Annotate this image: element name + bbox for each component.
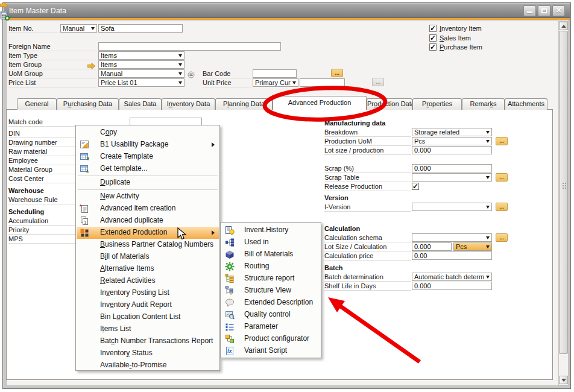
menu-item-label: Bill of Materials — [100, 252, 149, 261]
chevron-down-icon — [292, 81, 296, 84]
i-version-browse-button[interactable]: ... — [496, 203, 508, 211]
menu-item-alternative-items[interactable]: Alternative Items — [77, 263, 219, 275]
lot-size-calculation-unit-dropdown[interactable]: Pcs — [453, 242, 492, 251]
uom-group-dropdown[interactable]: Manual — [98, 69, 184, 78]
calculation-schema-browse-button[interactable]: ... — [496, 233, 508, 242]
menu-item-inventory-audit-report[interactable]: Inventory Audit Report — [77, 299, 219, 311]
checkbox-label: Purchase Item — [440, 43, 482, 51]
menu-item-business-partner-catalog-numbers[interactable]: Business Partner Catalog Numbers — [77, 239, 219, 251]
link-arrow-holder[interactable] — [0, 0, 10, 11]
tab-general[interactable]: General — [17, 98, 57, 110]
menu-item-related-activities[interactable]: Related Activities — [77, 275, 219, 287]
tab-purchasing-data[interactable]: Purchasing Data — [57, 98, 119, 110]
scrollbar-thumb[interactable] — [559, 31, 568, 354]
release-production-checkbox[interactable] — [412, 183, 419, 190]
tab-planning-data[interactable]: Planning Data — [215, 98, 273, 110]
chevron-down-icon — [91, 27, 95, 30]
production-uom-browse-button[interactable]: ... — [496, 137, 508, 145]
submenu-item-routing[interactable]: Routing — [221, 261, 320, 273]
menu-item-label: Inventory Status — [100, 349, 153, 357]
menu-item-batch-number-transactions-report[interactable]: Batch Number Transactions Report — [77, 335, 219, 347]
checkbox-purchase-item[interactable] — [429, 43, 437, 51]
menu-item-bill-of-materials[interactable]: Bill of Materials — [77, 251, 219, 263]
menu-item-advanced-item-creation[interactable]: *Advanced item creation — [77, 203, 219, 215]
batch-determination-dropdown[interactable]: Automatic batch determina — [412, 273, 492, 281]
calculation-schema-dropdown[interactable] — [412, 233, 492, 242]
menu-item-new-activity[interactable]: New Activity — [77, 191, 219, 203]
menu-item-duplicate[interactable]: Duplicate — [77, 177, 219, 189]
tab-advanced-production[interactable]: Advanced Production — [273, 96, 367, 110]
scrap-table-dropdown[interactable] — [412, 173, 492, 182]
window-titlebar[interactable]: Item Master Data ✕ — [4, 4, 570, 18]
close-button[interactable]: ✕ — [552, 5, 565, 16]
scrap--input[interactable] — [412, 164, 492, 172]
breakdown-dropdown[interactable]: Storage related — [412, 128, 492, 136]
scrollbar-grip — [563, 183, 564, 184]
tab-production-data[interactable]: Production Data — [367, 98, 412, 110]
tab-properties[interactable]: Properties — [412, 98, 462, 110]
field-label-shelf-life-in-days: Shelf Life in Days — [324, 282, 411, 291]
submenu-item-structure-report[interactable]: Structure report — [221, 273, 320, 285]
scroll-up-button[interactable] — [559, 22, 568, 30]
uom-detail-icon — [188, 70, 195, 81]
checkbox-sales-item[interactable] — [429, 34, 437, 42]
submenu-item-label: Structure report — [244, 274, 294, 282]
chevron-down-icon — [178, 54, 182, 57]
checkbox-inventory-item[interactable] — [429, 25, 437, 32]
tab-inventory-data[interactable]: Inventory Data — [162, 98, 215, 110]
bar-code-input[interactable] — [253, 69, 297, 78]
lot-size-calculation-input[interactable] — [412, 242, 452, 251]
submenu-item-bill-of-materials[interactable]: Bill of Materials — [221, 248, 320, 261]
menu-item-create-template[interactable]: Create Template — [77, 151, 219, 163]
menu-item-copy[interactable]: Copy — [77, 127, 219, 139]
bar-code-browse-button[interactable]: ... — [331, 69, 343, 77]
menu-item-extended-production[interactable]: Extended Production — [77, 227, 219, 239]
submenu-item-invent-history[interactable]: Invent.History — [221, 224, 320, 236]
calculation-price-input[interactable] — [412, 251, 492, 260]
scrap-table-browse-button[interactable]: ... — [496, 173, 508, 182]
maximize-icon — [541, 8, 547, 13]
submenu-item-product-configurator[interactable]: Product configurator — [221, 333, 320, 345]
maximize-button[interactable] — [538, 5, 550, 16]
submenu-item-quality-control[interactable]: Quality control — [221, 309, 320, 321]
menu-item-available-to-promise[interactable]: Available-to-Promise — [77, 359, 219, 371]
i-version-dropdown[interactable] — [412, 203, 492, 211]
uom-detail-icon[interactable] — [188, 70, 195, 81]
tab-sales-data[interactable]: Sales Data — [119, 98, 162, 110]
menu-item-items-list[interactable]: Items List — [77, 323, 219, 335]
item-no-mode-dropdown[interactable]: Manual — [60, 24, 97, 33]
menu-item-get-template-[interactable]: Get template... — [77, 163, 219, 175]
menu-item-label: New Activity — [100, 192, 139, 200]
scroll-down-button[interactable] — [559, 376, 568, 384]
menu-item-b1-usability-package[interactable]: B1 Usability Package — [77, 139, 219, 151]
shelf-life-in-days-input[interactable] — [412, 282, 492, 290]
parameter-icon — [225, 322, 235, 334]
menu-item-bin-location-content-list[interactable]: Bin Location Content List — [77, 311, 219, 323]
submenu-item-used-in[interactable]: Used in — [221, 236, 320, 248]
menu-item-advanced-duplicate[interactable]: Advanced duplicate — [77, 215, 219, 227]
unit-price-browse-button[interactable]: ... — [372, 78, 384, 86]
submenu-item-structure-view[interactable]: Structure View — [221, 285, 320, 297]
foreign-name-input[interactable] — [98, 42, 281, 51]
chevron-down-icon — [486, 176, 490, 179]
minimize-button[interactable] — [523, 5, 536, 16]
menu-item-inventory-status[interactable]: Inventory Status — [77, 347, 219, 359]
submenu-item-extended-description[interactable]: Extended Description — [221, 297, 320, 309]
used-in-icon — [225, 238, 235, 249]
submenu-item-parameter[interactable]: Parameter — [221, 321, 320, 333]
tab-attachments[interactable]: Attachments — [505, 98, 547, 110]
calculator-add-holder[interactable] — [0, 11, 10, 23]
unit-price-input[interactable] — [300, 78, 345, 87]
item-no-input[interactable] — [98, 24, 183, 33]
menu-item-inventory-posting-list[interactable]: Inventory Posting List — [77, 287, 219, 299]
item-group-dropdown[interactable]: Items — [98, 60, 184, 69]
lot-size-production-input[interactable] — [412, 146, 492, 154]
unit-price-currency-dropdown[interactable]: Primary Curren — [253, 78, 298, 87]
item-type-dropdown[interactable]: Items — [98, 51, 184, 60]
submenu-item-variant-script[interactable]: fxVariant Script — [221, 345, 320, 357]
tab-remarks[interactable]: Remarks — [462, 98, 505, 110]
price-list-dropdown[interactable]: Price List 01 — [98, 78, 184, 87]
item-group-label: Item Group — [8, 61, 96, 69]
submenu-item-label: Extended Description — [244, 298, 313, 306]
production-uom-dropdown[interactable]: Pcs — [412, 137, 492, 145]
